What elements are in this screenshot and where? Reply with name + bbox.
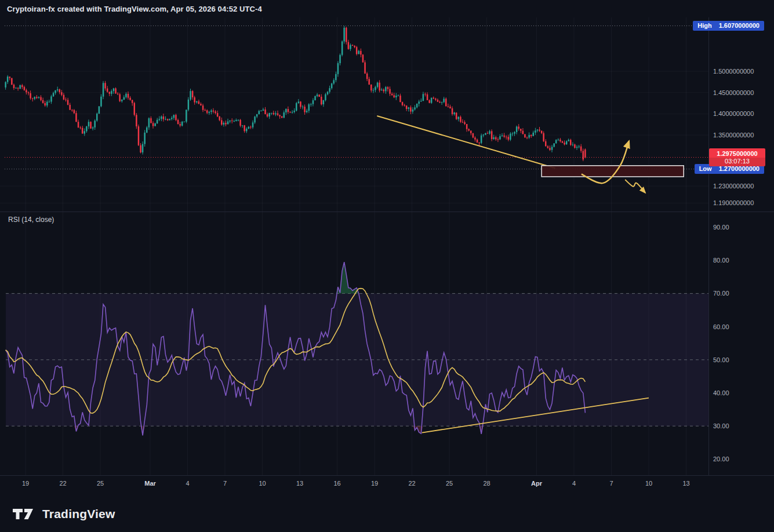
time-axis-label: 10 <box>259 480 266 487</box>
time-axis-label: 22 <box>59 480 66 487</box>
candlestick-series <box>5 26 586 162</box>
price-axis-label: 1.2300000000 <box>713 183 754 190</box>
time-axis-label: Apr <box>531 480 542 487</box>
price-axis-label: 1.3500000000 <box>713 132 754 139</box>
price-axis-label: 1.1900000000 <box>713 199 754 206</box>
rsi-axis-label: 70.00 <box>713 290 729 297</box>
rsi-axis-label: 90.00 <box>713 224 729 231</box>
rsi-axis-label: 80.00 <box>713 257 729 264</box>
time-axis-label: Mar <box>144 480 156 487</box>
last-price-value: 1.2975000000 <box>709 148 765 158</box>
last-price-badge: 1.2975000000 03:07:13 <box>709 148 765 166</box>
tradingview-wordmark[interactable]: TradingView <box>42 507 115 521</box>
rsi-axis-label: 60.00 <box>713 323 729 330</box>
snapshot-header: Cryptoiran-fx created with TradingView.c… <box>0 0 774 17</box>
time-axis-label: 16 <box>333 480 340 487</box>
time-axis-label: 22 <box>408 480 415 487</box>
low-badge-value: 1.2700000000 <box>719 165 760 173</box>
time-axis-label: 7 <box>223 480 227 487</box>
tradingview-logo-icon[interactable] <box>13 507 35 521</box>
time-axis-label: 25 <box>97 480 104 487</box>
time-axis-label: 28 <box>483 480 490 487</box>
rsi-axis-label: 30.00 <box>713 422 729 429</box>
price-axis-label: 1.4000000000 <box>713 110 754 117</box>
price-axis-label: 1.5000000000 <box>713 68 754 75</box>
rsi-overbought-fill <box>6 262 586 293</box>
time-axis-label: 4 <box>186 480 189 487</box>
price-axis-label: 1.4500000000 <box>713 89 754 96</box>
price-pane[interactable] <box>5 26 708 193</box>
rsi-axis-label: 20.00 <box>713 456 729 462</box>
rsi-axis-label: 50.00 <box>713 356 729 363</box>
low-badge-label: Low <box>699 165 712 173</box>
time-axis-label: 13 <box>296 480 303 487</box>
high-price-badge: High 1.6070000000 <box>693 21 764 31</box>
time-axis-label: 19 <box>371 480 378 487</box>
time-axis-label: 19 <box>22 480 29 487</box>
rsi-axis-label: 40.00 <box>713 389 729 396</box>
chart-canvas[interactable] <box>0 0 774 532</box>
time-axis-label: 13 <box>682 480 689 487</box>
time-axis-label: 25 <box>446 480 453 487</box>
snapshot-title: Cryptoiran-fx created with TradingView.c… <box>0 5 262 13</box>
time-axis-label: 4 <box>572 480 576 487</box>
rsi-oversold-fill <box>6 426 586 435</box>
time-axis-label: 10 <box>645 480 652 487</box>
footer-bar: TradingView <box>0 496 774 532</box>
price-trendline-drawing[interactable] <box>377 116 555 168</box>
high-badge-label: High <box>697 22 711 30</box>
tradingview-chart-snapshot: Cryptoiran-fx created with TradingView.c… <box>0 0 774 532</box>
high-badge-value: 1.6070000000 <box>719 22 760 30</box>
bar-countdown: 03:07:13 <box>709 158 765 166</box>
rsi-pane[interactable] <box>6 262 708 435</box>
time-axis-label: 7 <box>609 480 613 487</box>
rsi-indicator-label[interactable]: RSI (14, close) <box>8 216 54 224</box>
